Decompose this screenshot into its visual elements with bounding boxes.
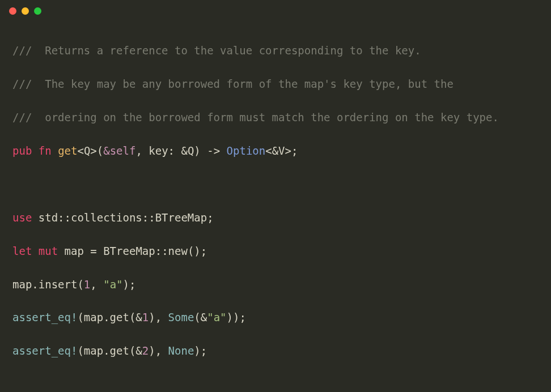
code-area[interactable]: /// Returns a reference to the value cor… <box>0 19 551 392</box>
num: 1 <box>84 278 90 291</box>
code: (map.get(& <box>77 311 142 323</box>
sig-part: <&V>; <box>265 144 298 157</box>
blank-line <box>12 176 539 193</box>
comment-line: /// The key may be any borrowed form of … <box>12 76 539 92</box>
editor-window: /// Returns a reference to the value cor… <box>0 0 551 392</box>
str: "a" <box>103 278 122 291</box>
code: , <box>90 278 103 291</box>
comment: /// ordering on the borrowed form must m… <box>12 111 499 123</box>
blank-line <box>12 376 539 392</box>
kw-mut: mut <box>39 245 58 257</box>
code: map.insert( <box>12 278 84 291</box>
let-rest: map = BTreeMap::new(); <box>58 245 207 257</box>
num: 2 <box>142 344 149 357</box>
type-option: Option <box>227 144 266 157</box>
comment-line: /// ordering on the borrowed form must m… <box>12 109 539 126</box>
signature-line: pub fn get<Q>(&self, key: &Q) -> Option<… <box>12 143 539 159</box>
close-icon[interactable] <box>9 7 16 15</box>
code: ); <box>194 344 207 357</box>
fn-name: get <box>58 144 77 157</box>
str: "a" <box>207 311 226 323</box>
kw-fn: fn <box>39 144 52 157</box>
some: Some <box>168 311 194 323</box>
none: None <box>168 344 194 357</box>
use-path: std::collections::BTreeMap; <box>32 211 213 224</box>
let-line: let mut map = BTreeMap::new(); <box>12 243 539 259</box>
comment: /// Returns a reference to the value cor… <box>12 44 421 57</box>
assert-line: assert_eq!(map.get(&1), Some(&"a")); <box>12 309 539 326</box>
zoom-icon[interactable] <box>34 7 41 15</box>
comment: /// The key may be any borrowed form of … <box>12 78 453 90</box>
kw-pub: pub <box>12 144 32 157</box>
assert-line: assert_eq!(map.get(&2), None); <box>12 343 539 359</box>
sig-part: , key: &Q) -> <box>135 144 226 157</box>
insert-line: map.insert(1, "a"); <box>12 276 539 293</box>
code: (map.get(& <box>77 344 142 357</box>
code: ), <box>149 311 168 323</box>
window-titlebar <box>0 0 551 19</box>
macro: assert_eq! <box>12 344 77 357</box>
code: )); <box>227 311 246 323</box>
code: (& <box>194 311 207 323</box>
macro: assert_eq! <box>12 311 77 323</box>
use-line: use std::collections::BTreeMap; <box>12 210 539 226</box>
code: ); <box>123 278 136 291</box>
comment-line: /// Returns a reference to the value cor… <box>12 42 539 59</box>
minimize-icon[interactable] <box>22 7 29 15</box>
code: ), <box>149 344 168 357</box>
num: 1 <box>142 311 149 323</box>
kw-let: let <box>12 245 32 257</box>
self-ref: &self <box>103 144 135 157</box>
sig-part: <Q>( <box>77 144 103 157</box>
kw-use: use <box>12 211 32 224</box>
